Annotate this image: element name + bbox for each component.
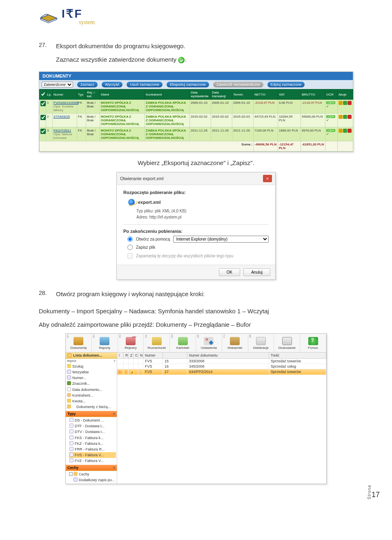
open-with-radio[interactable] [127,237,133,242]
select-all-checkbox[interactable] [40,91,46,97]
tree-node[interactable]: Kontrahent... [67,393,116,398]
eksport-button[interactable]: Eksportuj zaznaczone [167,82,209,87]
item28-line2: Aby odnaleźć zaimportowane pliki przejdź… [39,320,353,330]
edit-icon[interactable] [339,101,343,105]
toolbar-kartoteki[interactable]: 5Kartoteki [170,334,196,352]
list-item-27: 27. Eksport dokumentów do programu księg… [39,42,353,68]
page-number: Strona17 [367,485,380,499]
tree-node[interactable]: FKZ - Faktura k... [69,441,116,446]
open-with-select[interactable]: Internet Explorer (domyślny) [173,236,269,243]
toolbar-wskaźniki[interactable]: 7Wskaźniki [222,334,248,352]
arrow-up-icon[interactable] [343,129,347,133]
zatwierdz-button[interactable]: Zatwierdź niezatwierdzone [213,82,263,87]
ustawienia-icon [204,337,214,345]
wskaźniki-icon [230,337,240,345]
grid-row[interactable]: ▷!▲FVS17634/PPZ/2014Sprzedaż towarów [117,369,326,375]
grid-row[interactable]: FVS15333/2008Sprzedaż towarów [117,359,326,364]
node-icon [74,478,78,482]
toolbar-rejestry[interactable]: 3Rejestry [118,334,144,352]
tree-node[interactable]: DTV - Dostawa t... [69,429,116,435]
list-item-28: 28. Otwórz program księgowy i wykonaj na… [39,290,353,303]
toolbar-pomoc[interactable]: Pomoc [300,334,326,352]
node-icon [67,370,71,374]
table-row[interactable]: 1FV/0100/12/2008Opis: Korekta fakturyFKB… [40,100,353,114]
toolbar-ustawienia[interactable]: 6Ustawienia [196,334,222,352]
row-checkbox[interactable] [40,115,46,120]
doc-type-icon [69,429,74,433]
remember-checkbox [127,253,133,259]
deklaracje-icon [256,337,266,345]
list-number: 28. [39,290,51,303]
drukowanie-icon [282,337,292,345]
toolbar-dokumenty[interactable]: 1Dokumenty [66,334,92,352]
edit-icon[interactable] [339,115,343,119]
row-checkbox[interactable] [40,101,46,106]
item27-line2: Wybierz „Eksportuj zaznaczone" i „Zapisz… [39,158,353,168]
toolbar-raporty[interactable]: 2Raporty [92,334,118,352]
arrow-up-icon[interactable] [343,101,347,105]
logo-main-text: I₹F [62,8,95,20]
list-icon [67,353,71,357]
wyczysc-button[interactable]: Wyczyść [102,82,122,87]
rozrachunki-icon [152,337,162,345]
item27-title: Eksport dokumentów do programu księgoweg… [56,42,353,51]
edytuj-button[interactable]: Edytuj zaznaczone [267,82,305,87]
kartoteki-icon [178,337,188,345]
ok-button[interactable]: OK [219,268,240,276]
save-file-radio[interactable] [127,245,133,250]
doc-type-icon [69,424,74,428]
logo: I₹F system [39,8,353,25]
tree-node[interactable]: FKS - Faktura k... [69,435,116,441]
documents-header: DOKUMENTY [39,72,353,80]
tree-node[interactable]: Znacznik... [67,381,116,386]
usun-button[interactable]: Usuń zaznaczone [127,82,163,87]
delete-icon[interactable] [347,101,352,105]
status-select[interactable]: Zatwierdzone [42,82,73,87]
row-checkbox[interactable] [40,129,46,134]
tree-node[interactable]: Data dokumentu... [67,387,116,393]
tree-node[interactable]: Numer... [67,375,116,381]
close-icon[interactable]: × [113,412,115,416]
tree-node[interactable]: FRR - Faktura R... [69,446,116,452]
tree-node[interactable]: FVZ - Faktura V... [69,458,116,464]
tree-node[interactable]: Szukaj [67,364,116,369]
toolbar-deklaracje[interactable]: 8Deklaracje [248,334,274,352]
tree-node[interactable]: -Dokumenty z bieżą... [67,404,116,410]
zaznacz-button[interactable]: Zaznacz [77,82,98,87]
delete-icon[interactable] [347,115,352,119]
table-row[interactable]: 2277/443/15FKBrak / BrakMOHITO SPÓŁKA Z … [40,114,353,127]
tree-node[interactable]: Wszystkie [67,369,116,375]
toolbar-drukowanie[interactable]: Drukowanie [274,334,300,352]
close-icon[interactable]: × [114,359,116,363]
dialog-title: Otwieranie export.xml [120,176,163,181]
table-row[interactable]: 3FKO/7/2011Opis: faktura końcowaFKBrak /… [40,127,353,141]
symfonia-left-panel: Lista dokumen... Wybór × SzukajWszystkie… [66,353,117,484]
delete-icon[interactable] [347,129,352,133]
wybor-tree: SzukajWszystkieNumer...Znacznik...Data d… [66,363,117,410]
logo-sub-text: system [79,20,95,25]
node-icon [67,375,71,379]
toolbar-rozrachunki[interactable]: 4Rozrachunki [144,334,170,352]
tree-node[interactable]: Kwota... [67,398,116,404]
checkmark-icon [178,57,185,63]
doc-type-icon [69,447,74,451]
doc-type-icon [69,435,74,440]
documents-table-screenshot: DOKUMENTY Zatwierdzone Zaznacz Wyczyść U… [39,71,353,152]
dialog-started-label: Rozpoczęto pobieranie pliku: [123,190,269,195]
edit-icon[interactable] [339,129,343,133]
arrow-up-icon[interactable] [343,115,347,119]
node-icon [67,387,71,391]
tree-node[interactable]: DTF - Dostawa t... [69,423,116,429]
node-icon [67,381,71,385]
tree-node[interactable]: DS - Dokument ... [69,417,116,423]
close-icon[interactable]: × [263,175,272,182]
close-icon[interactable]: × [113,466,115,470]
tree-node[interactable]: Dodatkowy zapis po... [73,477,116,483]
tree-node[interactable]: FVS - Faktura V... [69,452,116,458]
tree-node[interactable]: Cechy [73,471,116,477]
doc-type-icon [69,453,74,457]
cancel-button[interactable]: Anuluj [243,268,270,276]
grid-row[interactable]: FVS16345/2008Sprzedaż usług [117,364,326,369]
dialog-after-label: Po zakończeniu pobierania: [123,229,269,234]
node-icon [67,393,71,397]
